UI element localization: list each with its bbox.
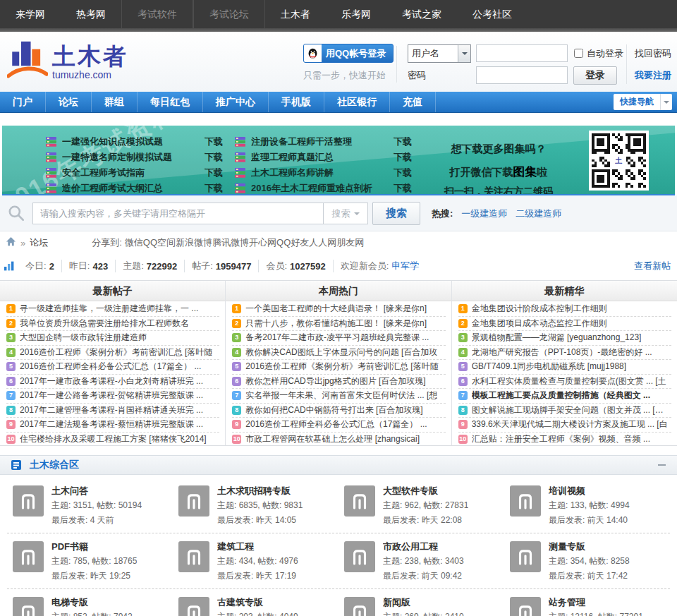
home-icon[interactable] <box>6 236 16 249</box>
forum-name[interactable]: PDF书籍 <box>51 541 137 552</box>
hot-list-item[interactable]: 2 我单位资质升级急需要注册给排水工程师数名 <box>6 317 219 332</box>
download-title[interactable]: 造价工程师考试大纲汇总 <box>62 182 202 195</box>
forum-gate-icon[interactable] <box>510 541 541 572</box>
qq-login-button[interactable]: 用QQ帐号登录 <box>303 44 394 63</box>
auto-login[interactable]: 自动登录 <box>574 47 623 60</box>
hot-list-item[interactable]: 7 实名举报一年未果、河南首富朱文臣何时伏法 ... [想 <box>232 389 445 404</box>
hot-list-item[interactable]: 10 住宅楼给排水及采暖工程施工方案 [猪猪侠飞2014] <box>6 433 219 447</box>
mainnav-item[interactable]: 群组 <box>92 92 138 112</box>
auto-login-checkbox[interactable] <box>574 49 583 58</box>
forum-name[interactable]: 培训视频 <box>549 485 630 497</box>
forum-gate-icon[interactable] <box>13 597 44 616</box>
hot-list-item[interactable]: 2 金地集团项目成本动态监控工作细则 <box>458 317 671 332</box>
forum-name[interactable]: 市政公用工程 <box>383 541 464 552</box>
hot-list-item[interactable]: 7 模板工程施工要点及质量控制措施（经典图文 ... <box>458 389 671 404</box>
hot-list-item[interactable]: 8 教你如何把CAD中钢筋符号打出来 [百合加玫瑰] <box>232 404 445 418</box>
search-input[interactable] <box>32 203 323 224</box>
forum-gate-icon[interactable] <box>510 597 541 616</box>
download-link[interactable]: 下载 <box>205 135 223 148</box>
forum-name[interactable]: 站务管理 <box>549 597 643 608</box>
download-link[interactable]: 下载 <box>205 167 223 179</box>
login-type-select[interactable]: 用户名 <box>408 44 471 63</box>
quick-nav-button[interactable]: 快捷导航 <box>614 94 672 110</box>
mainnav-item[interactable]: 门户 <box>0 92 46 112</box>
topnav-item[interactable]: 考试论坛 <box>193 0 265 28</box>
topnav-item[interactable]: 乐考网 <box>326 0 386 28</box>
forum-section-title[interactable]: 土木综合区 <box>30 459 79 471</box>
topnav-item[interactable]: 考试之家 <box>386 0 457 28</box>
forum-gate-icon[interactable] <box>178 485 209 517</box>
forum-gate-icon[interactable] <box>178 597 209 616</box>
hot-list-item[interactable]: 1 寻一级建造师挂靠，一级注册建造师挂靠，一 ... <box>6 302 219 317</box>
download-link[interactable]: 下载 <box>394 151 412 164</box>
hot-list-item[interactable]: 5 2016造价工程师全科必备公式汇总（17篇全） ... <box>6 360 219 375</box>
hot-list-item[interactable]: 10 市政工程管网在软基础上怎么处理 [zhangsicai] <box>232 433 445 447</box>
register-link[interactable]: 我要注册 <box>635 69 671 82</box>
breadcrumb-forum-link[interactable]: 论坛 <box>30 236 48 249</box>
hot-list-item[interactable]: 1 金地集团设计阶段成本控制工作细则 <box>458 302 671 317</box>
hot-list-item[interactable]: 5 2016造价工程师《案例分析》考前密训汇总 [落叶随 <box>232 360 445 375</box>
collapse-section-icon[interactable] <box>658 461 666 469</box>
hot-list-item[interactable]: 1 一个美国老工程师的十大经典语录！ [缘来是你n] <box>232 302 445 317</box>
topnav-item[interactable]: 土木者 <box>265 0 326 28</box>
forum-name[interactable]: 新闻版 <box>383 597 464 608</box>
download-title[interactable]: 一建特邀名师定制模拟试题 <box>62 151 202 164</box>
forum-name[interactable]: 电梯专版 <box>51 597 133 608</box>
mainnav-item[interactable]: 社区银行 <box>324 92 390 112</box>
hot-list-item[interactable]: 10 汇总贴：注册安全工程师《案例》视频、音频 ... <box>458 433 671 447</box>
hot-list-item[interactable]: 3 景观植物配置——龙湖篇 [yeguanzhong_123] <box>458 331 671 346</box>
search-button[interactable]: 搜索 <box>372 202 420 225</box>
hot-list-item[interactable]: 8 图文解说施工现场脚手架安全问题（图文并茂 ... [和睦 <box>458 404 671 418</box>
hot-list-item[interactable]: 7 2017年一建公路备考课程-贺铭精讲班完整版课 ... <box>6 389 219 404</box>
view-new-posts-link[interactable]: 查看新帖 <box>634 260 671 272</box>
hot-list-item[interactable]: 9 2016造价工程师全科必备公式汇总（17篇全） ... <box>232 418 445 433</box>
share-links[interactable]: 微信QQ空间新浪微博腾讯微博开心网QQ好友人人网朋友网 <box>125 236 364 249</box>
search-scope-select[interactable]: 搜索 <box>323 203 368 224</box>
hot-list-item[interactable]: 5 GB/T7409.1同步电机励磁系统 [mujj1988] <box>458 360 671 375</box>
hot-list-item[interactable]: 6 水利工程实体质量检查与质量控制要点(图文赏 ... [土 <box>458 375 671 389</box>
download-title[interactable]: 安全工程师考试指南 <box>62 167 202 179</box>
forum-gate-icon[interactable] <box>344 597 375 616</box>
forum-gate-icon[interactable] <box>344 541 375 572</box>
username-input[interactable] <box>476 44 568 62</box>
login-button[interactable]: 登录 <box>573 66 617 85</box>
hot-list-item[interactable]: 6 2017年一建市政备考课程-小白龙刘奇精讲班完 ... <box>6 375 219 389</box>
forum-gate-icon[interactable] <box>178 541 209 572</box>
mainnav-item[interactable]: 充值 <box>390 92 436 112</box>
hot-list-item[interactable]: 9 339.6米天津现代城二期大楼设计方案及施工现 ... [白 <box>458 418 671 433</box>
forum-name[interactable]: 建筑工程 <box>217 541 298 552</box>
forum-name[interactable]: 土木问答 <box>51 485 142 497</box>
download-link[interactable]: 下载 <box>394 182 412 195</box>
topnav-item[interactable]: 考试软件 <box>121 0 193 28</box>
topnav-item[interactable]: 公考社区 <box>457 0 527 28</box>
new-member-link[interactable]: 申军学 <box>391 260 419 272</box>
mainnav-item[interactable]: 每日红包 <box>138 92 203 112</box>
topnav-item[interactable]: 来学网 <box>0 0 61 28</box>
forum-name[interactable]: 古建筑专版 <box>217 597 298 608</box>
forum-gate-icon[interactable] <box>13 541 44 572</box>
download-link[interactable]: 下载 <box>205 182 223 195</box>
password-input[interactable] <box>476 66 568 84</box>
mainnav-item[interactable]: 推广中心 <box>203 92 269 112</box>
download-title[interactable]: 一建强化知识点模拟试题 <box>62 135 202 148</box>
hot-list-item[interactable]: 6 教你怎样用CAD导出jpg格式的图片 [百合加玫瑰] <box>232 375 445 389</box>
hot-search-link-2[interactable]: 二级建造师 <box>516 207 561 220</box>
forum-name[interactable]: 土木求职招聘专版 <box>217 485 303 497</box>
download-link[interactable]: 下载 <box>205 151 223 164</box>
topnav-item[interactable]: 热考网 <box>61 0 121 28</box>
hot-list-item[interactable]: 9 2017年二建法规备考课程-蔡恒精讲班完整版课 ... <box>6 418 219 433</box>
forum-gate-icon[interactable] <box>13 485 44 517</box>
find-password-link[interactable]: 找回密码 <box>635 47 671 60</box>
mainnav-item[interactable]: 论坛 <box>46 92 92 112</box>
download-title[interactable]: 注册设备工程师干活整理 <box>251 135 391 148</box>
download-link[interactable]: 下载 <box>394 167 412 179</box>
hot-list-item[interactable]: 8 2017年二建管理备考课程-肖国祥精讲通关班完 ... <box>6 404 219 418</box>
site-logo[interactable]: 土木者 tumuzhe.com <box>7 37 128 84</box>
mainnav-item[interactable]: 手机版 <box>269 92 324 112</box>
forum-name[interactable]: 测量专版 <box>549 541 630 552</box>
hot-search-link-1[interactable]: 一级建造师 <box>461 207 507 220</box>
hot-list-item[interactable]: 4 龙湖地产研究报告（PPT-108页）-最绝密的好 ... <box>458 346 671 361</box>
forum-gate-icon[interactable] <box>344 485 375 517</box>
forum-gate-icon[interactable] <box>510 485 541 517</box>
hot-list-item[interactable]: 2 只需十八步，教你看懂结构施工图！ [缘来是你n] <box>232 317 445 332</box>
